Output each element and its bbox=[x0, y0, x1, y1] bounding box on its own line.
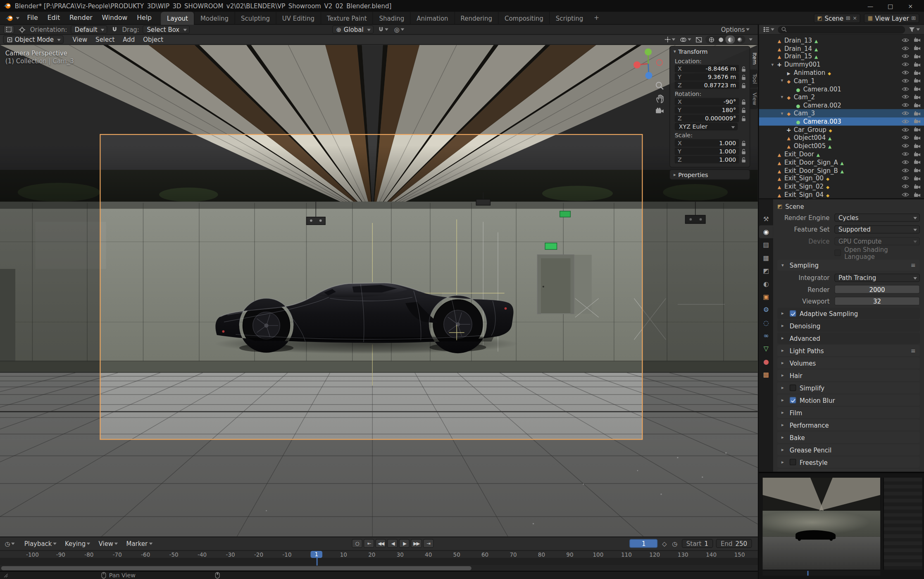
render-visibility-camera-icon[interactable] bbox=[913, 103, 921, 108]
hide-eye-icon[interactable] bbox=[902, 78, 910, 83]
zoom-tool-button[interactable] bbox=[655, 81, 664, 90]
properties-tab[interactable] bbox=[759, 225, 773, 238]
play-reverse-button[interactable]: ◀ bbox=[388, 539, 398, 548]
location-field[interactable]: Y 9.3676 m bbox=[675, 73, 739, 81]
hide-eye-icon[interactable] bbox=[902, 160, 910, 164]
render-visibility-camera-icon[interactable] bbox=[913, 192, 921, 197]
keying-set-button[interactable]: ◇ bbox=[661, 540, 668, 547]
render-visibility-camera-icon[interactable] bbox=[913, 94, 921, 100]
scale-field[interactable]: Z 1.000 bbox=[675, 156, 739, 163]
properties-subpanel-header[interactable]: ▸ Properties bbox=[670, 170, 750, 179]
outliner-row[interactable]: Car_Group bbox=[759, 125, 924, 134]
section-header[interactable]: ▸ Simplify ≡ bbox=[777, 382, 920, 393]
n-panel-tab[interactable]: Tool bbox=[750, 69, 758, 88]
timeline-menu-item[interactable]: View bbox=[95, 540, 121, 547]
menubar-item[interactable]: Help bbox=[132, 13, 157, 23]
outliner-row[interactable]: Drain_15 bbox=[759, 52, 924, 60]
outliner-item-label[interactable]: Object005 bbox=[794, 142, 826, 149]
outliner-item-label[interactable]: Drain_15 bbox=[784, 53, 812, 60]
mode-dropdown[interactable]: Object Mode bbox=[3, 36, 64, 44]
lock-icon[interactable] bbox=[741, 140, 746, 146]
maximize-button[interactable]: □ bbox=[880, 0, 900, 12]
current-frame-field[interactable]: 1 bbox=[630, 539, 658, 548]
section-header[interactable]: ▸ Film ≡ bbox=[777, 407, 920, 418]
location-field[interactable]: X -8.8466 m bbox=[675, 65, 739, 73]
render-engine-dropdown[interactable]: Cycles bbox=[834, 213, 920, 221]
expander-icon[interactable]: ▾ bbox=[769, 62, 775, 67]
workspace-tab[interactable]: Sculpting bbox=[234, 12, 276, 24]
drag-dropdown[interactable]: Select Box bbox=[143, 25, 189, 33]
frame-start-field[interactable]: Start 1 bbox=[681, 539, 713, 548]
render-visibility-camera-icon[interactable] bbox=[913, 110, 921, 116]
viewport-menu-item[interactable]: Select bbox=[91, 36, 119, 43]
overlays-dropdown[interactable] bbox=[679, 37, 693, 42]
rotation-mode-dropdown[interactable]: XYZ Euler bbox=[675, 123, 738, 131]
timeline-menu-item[interactable]: Playback bbox=[21, 540, 60, 547]
subsection-header[interactable]: ▸ Adaptive Sampling bbox=[777, 308, 920, 319]
new-scene-icon[interactable]: ⊞ bbox=[846, 15, 850, 21]
section-header[interactable]: ▸ Hair ≡ bbox=[777, 370, 920, 381]
workspace-tab[interactable]: Layout bbox=[161, 12, 194, 24]
render-visibility-camera-icon[interactable] bbox=[913, 45, 921, 51]
unlink-scene-icon[interactable]: × bbox=[853, 15, 857, 21]
properties-tab[interactable] bbox=[759, 264, 773, 277]
section-header[interactable]: ▸ Performance ≡ bbox=[777, 419, 920, 431]
jump-to-start-button[interactable]: ⇤ bbox=[364, 539, 374, 548]
filter-dropdown[interactable] bbox=[907, 26, 921, 32]
workspace-tab[interactable]: UV Editing bbox=[276, 12, 320, 24]
section-header[interactable]: ▸ Grease Pencil ≡ bbox=[777, 444, 920, 455]
render-visibility-camera-icon[interactable] bbox=[913, 78, 921, 84]
transform-panel-header[interactable]: ▾ Transform bbox=[670, 47, 750, 56]
outliner-search[interactable] bbox=[778, 26, 905, 33]
timeline-menu-item[interactable]: Marker bbox=[123, 540, 156, 547]
next-keyframe-button[interactable]: ▶▶ bbox=[411, 539, 422, 548]
viewport-3d[interactable]: Camera Perspective (1) Collection | Cam_… bbox=[0, 45, 758, 536]
properties-tab[interactable] bbox=[759, 290, 773, 303]
outliner-row[interactable]: Object005 bbox=[759, 142, 924, 150]
outliner-item-label[interactable]: Exit_Sign_04 bbox=[784, 191, 824, 198]
outliner-row[interactable]: Camera.001 bbox=[759, 85, 924, 93]
axis-y-ball[interactable] bbox=[645, 48, 652, 55]
preset-menu-icon[interactable]: ≡ bbox=[911, 262, 916, 268]
hide-eye-icon[interactable] bbox=[902, 135, 910, 140]
render-visibility-camera-icon[interactable] bbox=[913, 127, 921, 132]
outliner-row[interactable]: Exit_Door bbox=[759, 150, 924, 158]
section-header[interactable]: ▸ Motion Blur ≡ bbox=[777, 395, 920, 406]
integrator-dropdown[interactable]: Path Tracing bbox=[834, 273, 920, 282]
hide-eye-icon[interactable] bbox=[902, 119, 910, 124]
section-header[interactable]: ▸ Bake ≡ bbox=[777, 432, 920, 443]
properties-tab[interactable] bbox=[759, 355, 773, 368]
location-field[interactable]: Z 0.87723 m bbox=[675, 81, 739, 89]
render-visibility-camera-icon[interactable] bbox=[913, 86, 921, 91]
section-header[interactable]: ▸ Light Paths ≡ bbox=[777, 345, 920, 356]
section-checkbox[interactable] bbox=[790, 310, 796, 317]
outliner-row[interactable]: Exit_Door_Sign_A bbox=[759, 158, 924, 166]
editor-type-dropdown[interactable]: ◷ bbox=[4, 540, 16, 547]
hide-eye-icon[interactable] bbox=[902, 54, 910, 58]
hide-eye-icon[interactable] bbox=[902, 111, 910, 115]
viewport-menu-item[interactable]: Object bbox=[139, 36, 167, 43]
render-visibility-camera-icon[interactable] bbox=[913, 54, 921, 59]
outliner-row[interactable]: Exit_Sign_00 bbox=[759, 174, 924, 182]
add-workspace-button[interactable]: + bbox=[589, 12, 604, 24]
section-header[interactable]: ▸ Color Management ≡ bbox=[777, 469, 920, 472]
cursor-tool-button[interactable] bbox=[18, 26, 26, 33]
section-header[interactable]: ▸ Freestyle ≡ bbox=[777, 457, 920, 468]
hide-eye-icon[interactable] bbox=[902, 46, 910, 50]
close-button[interactable]: × bbox=[900, 0, 920, 12]
frame-end-field[interactable]: End 250 bbox=[716, 539, 752, 548]
blender-menu-button[interactable] bbox=[2, 15, 22, 21]
outliner-item-label[interactable]: Exit_Door_Sign_A bbox=[784, 158, 838, 165]
lock-icon[interactable] bbox=[741, 74, 746, 80]
render-visibility-camera-icon[interactable] bbox=[913, 184, 921, 189]
hide-eye-icon[interactable] bbox=[902, 152, 910, 156]
preset-menu-icon[interactable]: ≡ bbox=[911, 347, 916, 354]
outliner-row[interactable]: Exit_Sign_04 bbox=[759, 191, 924, 198]
workspace-tab[interactable]: Texture Paint bbox=[320, 12, 373, 24]
lock-icon[interactable] bbox=[741, 82, 746, 88]
view-layer-selector[interactable]: ▦ View Layer ⊞ bbox=[864, 13, 919, 23]
expander-icon[interactable]: ▾ bbox=[779, 78, 785, 84]
properties-tab[interactable] bbox=[759, 277, 773, 290]
workspace-tab[interactable]: Scripting bbox=[549, 12, 589, 24]
new-view-layer-icon[interactable]: ⊞ bbox=[911, 15, 916, 21]
